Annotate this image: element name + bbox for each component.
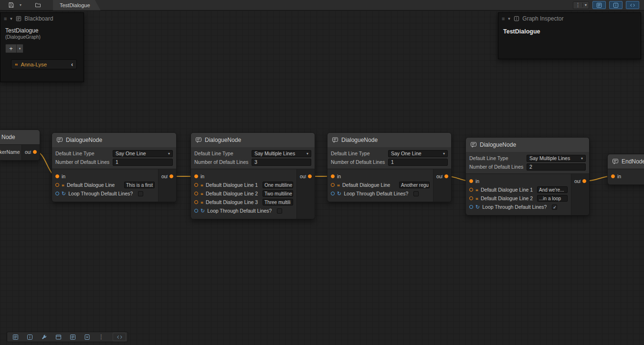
settings-button[interactable] bbox=[37, 333, 51, 341]
collapse-arrow-icon[interactable]: ▼ bbox=[9, 17, 13, 21]
line-port[interactable] bbox=[194, 192, 198, 195]
out-port[interactable] bbox=[308, 174, 312, 178]
loop-port[interactable] bbox=[469, 205, 473, 209]
loop-checkbox[interactable] bbox=[277, 208, 282, 214]
options-dropdown-button[interactable]: ▾ bbox=[582, 3, 589, 7]
loop-checkbox[interactable]: ✓ bbox=[552, 205, 557, 210]
input-value: One multiline bbox=[264, 183, 292, 188]
in-port[interactable] bbox=[331, 174, 335, 178]
blackboard-variable-row[interactable]: “ Anna-Lyse ‹ bbox=[11, 59, 77, 69]
add-variable-dropdown[interactable]: ▾ bbox=[17, 44, 23, 53]
loop-checkbox[interactable] bbox=[138, 191, 143, 196]
dialogue-node[interactable]: DialogueNode Default Line Type Say Multi… bbox=[465, 137, 590, 216]
num-lines-input[interactable]: 2 bbox=[527, 163, 586, 171]
graph-inspector-header[interactable]: ≡ ▼ Graph Inspector bbox=[498, 13, 641, 24]
line-port[interactable] bbox=[469, 188, 473, 192]
line-label: Default Dialogue Line 2 bbox=[206, 191, 258, 196]
drag-handle-icon[interactable]: ≡ bbox=[502, 16, 504, 22]
save-options-button[interactable]: ▾ bbox=[16, 1, 25, 10]
out-port[interactable] bbox=[444, 174, 448, 178]
dialogue-line-input[interactable]: And we're... bbox=[537, 186, 568, 193]
quote-icon: “ bbox=[201, 194, 203, 197]
start-node[interactable]: Node kerName out bbox=[0, 129, 40, 161]
line-type-dropdown[interactable]: Say Multiple Lines ▾ bbox=[252, 150, 311, 157]
in-port[interactable] bbox=[611, 174, 615, 178]
options-kebab-button[interactable]: ⋮ bbox=[573, 2, 582, 8]
num-lines-input[interactable]: 3 bbox=[252, 159, 311, 166]
node-title-bar[interactable]: Node bbox=[0, 130, 40, 144]
node-title-bar[interactable]: DialogueNode bbox=[466, 138, 589, 152]
dialogue-node[interactable]: DialogueNode Default Line Type Say One L… bbox=[52, 132, 177, 202]
input-value: Three multili bbox=[264, 200, 290, 205]
code-icon bbox=[630, 2, 635, 8]
variable-name: Anna-Lyse bbox=[21, 62, 47, 67]
expand-chevron-icon[interactable]: ‹ bbox=[71, 61, 73, 68]
node-title-bar[interactable]: DialogueNode bbox=[52, 133, 176, 147]
line-port[interactable] bbox=[194, 183, 198, 187]
dialogue-line-row: “ Default Dialogue Line 1 One multiline bbox=[191, 181, 296, 189]
asset-tab[interactable]: TestDialogue bbox=[53, 0, 101, 11]
board-icon bbox=[70, 334, 76, 340]
out-port-label: out bbox=[161, 173, 168, 179]
out-port[interactable] bbox=[169, 174, 173, 178]
in-port[interactable] bbox=[55, 174, 59, 178]
loop-port[interactable] bbox=[194, 209, 198, 213]
blackboard-toggle-button[interactable] bbox=[9, 333, 22, 341]
node-title-bar[interactable]: EndNode bbox=[608, 154, 644, 169]
dialogue-node[interactable]: DialogueNode Default Line Type Say Multi… bbox=[190, 132, 315, 219]
line-type-dropdown[interactable]: Say Multiple Lines ▾ bbox=[527, 155, 586, 162]
in-port-label: in bbox=[201, 173, 204, 179]
dialogue-line-input[interactable]: ...in a loop bbox=[537, 195, 568, 202]
loop-port[interactable] bbox=[331, 192, 335, 195]
in-port[interactable] bbox=[194, 174, 198, 178]
prop-label: Number of Default Lines bbox=[55, 159, 113, 165]
line-port[interactable] bbox=[331, 183, 335, 187]
num-lines-input[interactable]: 1 bbox=[113, 159, 173, 166]
dialogue-line-input[interactable]: Another regu bbox=[399, 182, 430, 188]
collapse-arrow-icon[interactable]: ▼ bbox=[507, 17, 511, 21]
node-title: Node bbox=[1, 134, 15, 140]
line-type-dropdown[interactable]: Say One Line ▾ bbox=[388, 150, 448, 157]
drag-handle-icon[interactable]: ≡ bbox=[4, 16, 6, 22]
more-options-button[interactable]: ⋮ bbox=[95, 333, 108, 341]
play-console-button[interactable] bbox=[80, 333, 94, 341]
window-button[interactable] bbox=[52, 333, 65, 341]
save-icon bbox=[8, 2, 14, 8]
toggle-blackboard-button[interactable] bbox=[592, 1, 606, 9]
out-port[interactable] bbox=[582, 179, 586, 183]
num-lines-input[interactable]: 1 bbox=[388, 159, 448, 166]
line-port[interactable] bbox=[55, 183, 59, 187]
loop-label: Loop Through Default Lines? bbox=[207, 208, 272, 214]
line-type-dropdown[interactable]: Say One Line ▾ bbox=[113, 150, 173, 157]
dialogue-node-icon bbox=[195, 137, 202, 143]
inspector-toggle-button[interactable] bbox=[23, 333, 36, 341]
input-value: 2 bbox=[529, 164, 532, 170]
blackboard-header[interactable]: ≡ ▼ Blackboard bbox=[0, 13, 84, 24]
loop-checkbox[interactable] bbox=[413, 191, 419, 196]
line-port[interactable] bbox=[194, 200, 198, 204]
dialogue-line-input[interactable]: This is a first bbox=[124, 182, 155, 188]
in-port-row: in bbox=[466, 177, 571, 185]
in-port[interactable] bbox=[469, 179, 473, 183]
save-button[interactable] bbox=[7, 1, 16, 10]
end-node[interactable]: EndNode in bbox=[607, 154, 644, 185]
toggle-inspector-button[interactable] bbox=[609, 1, 623, 9]
node-title-bar[interactable]: DialogueNode bbox=[327, 133, 451, 147]
out-port[interactable] bbox=[33, 150, 37, 154]
line-label: Default Dialogue Line 2 bbox=[481, 195, 533, 201]
dialogue-line-input[interactable]: Three multili bbox=[263, 199, 293, 205]
prop-label: Default Line Type bbox=[331, 151, 388, 156]
dialogue-node[interactable]: DialogueNode Default Line Type Say One L… bbox=[327, 132, 452, 202]
dialogue-line-input[interactable]: One multiline bbox=[263, 182, 293, 188]
toggle-preview-button[interactable] bbox=[626, 1, 639, 9]
quote-icon: “ bbox=[201, 202, 203, 206]
dialogue-line-input[interactable]: Two multiline bbox=[263, 190, 293, 197]
loop-port[interactable] bbox=[55, 192, 59, 195]
add-variable-button[interactable]: + bbox=[5, 44, 17, 53]
open-asset-button[interactable] bbox=[33, 1, 42, 10]
line-port[interactable] bbox=[469, 196, 473, 200]
code-view-button[interactable] bbox=[113, 333, 126, 341]
board-button[interactable] bbox=[66, 333, 79, 341]
node-title-bar[interactable]: DialogueNode bbox=[191, 133, 315, 147]
dropdown-arrow-icon: ▾ bbox=[306, 151, 308, 156]
